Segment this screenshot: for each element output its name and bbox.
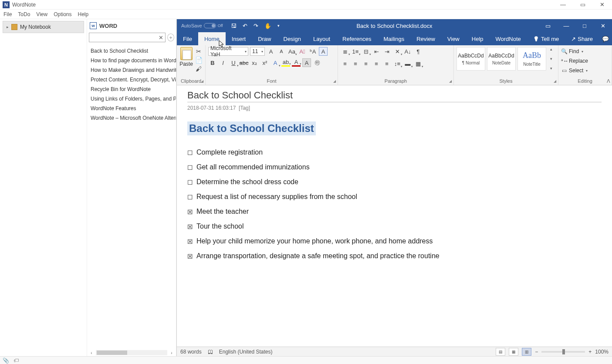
subscript-icon[interactable]: x₂	[250, 58, 259, 67]
bullets-icon[interactable]: ≣	[341, 47, 349, 56]
align-center-icon[interactable]: ≡	[351, 59, 360, 68]
language-status[interactable]: English (United States)	[219, 349, 273, 355]
tab-insert[interactable]: Insert	[226, 32, 252, 45]
phonetic-guide-icon[interactable]: ᵇA	[308, 47, 317, 56]
tab-layout[interactable]: Layout	[307, 32, 336, 45]
clipboard-dialog-icon[interactable]: ◢	[201, 79, 203, 83]
share-button[interactable]: Share	[565, 32, 599, 45]
tab-draw[interactable]: Draw	[252, 32, 277, 45]
sort-icon[interactable]: A↓	[403, 47, 412, 56]
qat-more-icon[interactable]: ▾	[277, 24, 280, 28]
menu-file[interactable]: File	[3, 11, 12, 17]
add-page-button[interactable]: ＋	[167, 34, 174, 41]
paste-button[interactable]: Paste	[179, 47, 193, 67]
web-layout-button[interactable]: ▥	[522, 348, 531, 356]
wn-close-button[interactable]: ✕	[592, 0, 612, 10]
print-layout-button[interactable]: ▦	[509, 348, 518, 356]
multilevel-list-icon[interactable]: ⊟	[362, 47, 370, 56]
styles-dialog-icon[interactable]: ◢	[554, 79, 556, 83]
superscript-icon[interactable]: x²	[260, 58, 269, 67]
page-item[interactable]: Back to School Checklist	[87, 46, 176, 56]
clear-search-icon[interactable]: ✕	[158, 34, 165, 41]
font-dialog-icon[interactable]: ◢	[333, 79, 336, 83]
zoom-level[interactable]: 100%	[595, 349, 609, 355]
word-count[interactable]: 68 words	[180, 349, 202, 355]
ribbon-display-button[interactable]: ▭	[539, 19, 557, 32]
style-normal[interactable]: AaBbCcDd ¶ Normal	[456, 47, 485, 71]
redo-icon[interactable]: ↷	[254, 23, 258, 29]
select-button[interactable]: ▭Select▾	[561, 66, 588, 75]
font-family-combo[interactable]: Microsoft YaH	[208, 47, 248, 56]
scroll-right-icon[interactable]: ›	[169, 351, 174, 355]
tab-review[interactable]: Review	[410, 32, 441, 45]
line-spacing-icon[interactable]: ↕≡	[393, 59, 402, 68]
tab-view[interactable]: View	[441, 32, 466, 45]
zoom-in-icon[interactable]: +	[588, 349, 592, 355]
italic-icon[interactable]: I	[219, 58, 227, 67]
shading-icon[interactable]: ▬	[403, 59, 412, 68]
asian-layout-icon[interactable]: ✕	[393, 47, 402, 56]
tab-design[interactable]: Design	[277, 32, 307, 45]
decrease-indent-icon[interactable]: ⇤	[372, 47, 381, 56]
cut-icon[interactable]: ✂	[195, 48, 203, 55]
enclose-char-icon[interactable]: ㊕	[313, 58, 321, 67]
collapse-ribbon-icon[interactable]: ᐱ	[607, 78, 610, 84]
checklist-item[interactable]: ☒Meet the teacher	[187, 208, 602, 216]
justify-icon[interactable]: ≡	[372, 59, 381, 68]
tab-file[interactable]: File	[177, 32, 198, 45]
clear-formatting-icon[interactable]: A⃠	[298, 47, 307, 56]
checklist-item[interactable]: ☐Get all recommended immunizations	[187, 163, 602, 172]
align-right-icon[interactable]: ≡	[362, 59, 370, 68]
page-item[interactable]: How to Make Drawings and Handwritin	[87, 65, 176, 75]
borders-icon[interactable]: ▦	[414, 59, 423, 68]
tab-references[interactable]: References	[336, 32, 377, 45]
doc-heading[interactable]: Back to School Checklist	[187, 121, 316, 135]
copy-icon[interactable]: 📄	[195, 57, 203, 64]
grow-font-icon[interactable]: A	[267, 47, 275, 56]
increase-indent-icon[interactable]: ⇥	[382, 47, 391, 56]
checklist-item[interactable]: ☐Request a list of necessary supplies fr…	[187, 193, 602, 202]
checklist-item[interactable]: ☒Help your child memorize your home phon…	[187, 237, 602, 246]
page-title[interactable]: Back to School Checklist	[187, 90, 602, 102]
word-close-button[interactable]: ✕	[594, 19, 612, 32]
checklist-item[interactable]: ☐Determine the school dress code	[187, 178, 602, 187]
find-button[interactable]: 🔍Find▾	[561, 47, 583, 56]
font-size-combo[interactable]: 11	[250, 47, 265, 56]
zoom-slider[interactable]	[541, 351, 585, 353]
wn-minimize-button[interactable]: —	[553, 0, 573, 10]
underline-icon[interactable]: U	[229, 58, 238, 67]
tell-me-button[interactable]: Tell me	[527, 32, 565, 45]
style-notedate[interactable]: AaBbCcDd NoteDate	[487, 47, 516, 71]
checklist-item[interactable]: ☒Arrange transportation, designate a saf…	[187, 252, 602, 261]
char-border-icon[interactable]: A	[319, 47, 328, 56]
menu-view[interactable]: View	[36, 11, 47, 17]
style-notetitle[interactable]: AaBb NoteTitle	[517, 47, 546, 71]
word-maximize-button[interactable]: □	[575, 19, 594, 32]
tab-help[interactable]: Help	[466, 32, 490, 45]
highlight-icon[interactable]: ab	[281, 59, 290, 67]
spellcheck-icon[interactable]: 🕮	[208, 349, 213, 355]
page-list-scrollbar[interactable]: ‹ ›	[87, 349, 176, 356]
tab-wordnote[interactable]: WordNote	[490, 32, 527, 45]
notebook-row[interactable]: ▸ My Notebook	[3, 21, 84, 33]
page-search-input[interactable]	[89, 33, 166, 42]
checklist-item[interactable]: ☒Tour the school	[187, 222, 602, 231]
zoom-out-icon[interactable]: −	[535, 349, 538, 355]
numbering-icon[interactable]: 1≡	[351, 47, 360, 56]
checklist-item[interactable]: ☐Complete registration	[187, 148, 602, 157]
text-effects-icon[interactable]: A	[271, 58, 280, 67]
page-item[interactable]: WordNote Features	[87, 104, 176, 113]
scroll-left-icon[interactable]: ‹	[89, 351, 94, 355]
attachment-icon[interactable]: 📎	[3, 357, 9, 364]
scroll-track[interactable]	[96, 350, 167, 355]
distributed-icon[interactable]: ≡	[382, 59, 391, 68]
format-painter-icon[interactable]: 🖌	[195, 65, 203, 72]
autosave-toggle[interactable]: AutoSave Off	[181, 23, 223, 28]
menu-options[interactable]: Options	[54, 11, 71, 17]
tag-icon[interactable]: 🏷	[14, 357, 19, 364]
document-body[interactable]: Back to School Checklist ☐Complete regis…	[177, 113, 612, 347]
shrink-font-icon[interactable]: A	[277, 47, 286, 56]
tab-home[interactable]: Home	[198, 32, 226, 45]
change-case-icon[interactable]: Aa	[287, 47, 296, 56]
replace-button[interactable]: ᵃ↔Replace	[561, 57, 588, 65]
